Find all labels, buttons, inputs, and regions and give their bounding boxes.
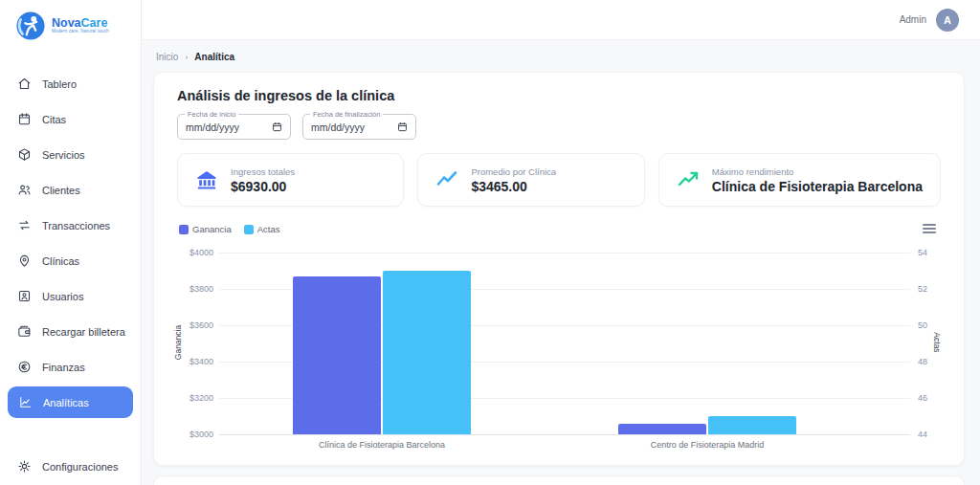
legend-item-ganancia[interactable]: Ganancia	[179, 224, 232, 234]
gridline	[219, 253, 910, 254]
legend-item-actas[interactable]: Actas	[244, 224, 280, 234]
sidebar-item-label: Tablero	[42, 78, 77, 90]
y-right-axis-title: Actas	[932, 314, 942, 371]
app-window: NovaCare Modern care, Natural touch Tabl…	[0, 0, 980, 485]
breadcrumb: Inicio › Analítica	[156, 52, 965, 62]
legend-swatch	[179, 225, 189, 234]
page-title: Análisis de ingresos de la clínica	[177, 88, 941, 103]
y-left-tick: $4000	[177, 248, 213, 257]
gridline	[219, 434, 910, 435]
legend-swatch	[244, 225, 254, 234]
stat-value: Clínica de Fisioterapia Barcelona	[712, 179, 923, 194]
next-section-card	[153, 475, 965, 485]
sidebar-item-label: Finanzas	[42, 362, 85, 373]
brand-text: NovaCare Modern care, Natural touch	[52, 17, 109, 34]
sidebar-item-calendar[interactable]: Citas	[0, 101, 141, 137]
sidebar-item-label: Usuarios	[42, 291, 83, 302]
stat-label: Promedio por Clínica	[471, 166, 556, 177]
legend-label: Actas	[257, 224, 280, 234]
y-left-tick: $3800	[177, 284, 213, 294]
brand-logo[interactable]: NovaCare Modern care, Natural touch	[0, 0, 141, 51]
y-left-axis-title: Ganancia	[173, 314, 183, 371]
end-date-input[interactable]	[311, 121, 397, 133]
stat-value: $3465.00	[471, 179, 556, 194]
bar-ganancia[interactable]	[618, 424, 706, 434]
sidebar-item-label: Recargar billetera	[42, 326, 125, 338]
id-card-icon	[17, 289, 32, 303]
revenue-chart: GananciaActas $400054$380052$360050$3400…	[177, 218, 941, 440]
x-axis-label: Clínica de Fisioterapia Barcelona	[319, 440, 445, 450]
sidebar-item-gear[interactable]: Configuraciones	[0, 449, 141, 484]
bank-icon	[195, 168, 218, 191]
sidebar-nav: TableroCitasServiciosClientesTransaccion…	[0, 51, 141, 485]
top-bar: Admin A	[142, 0, 980, 40]
date-filter-row: Fecha de inicio Fecha de finalización	[177, 114, 941, 140]
sidebar-item-label: Configuraciones	[42, 461, 119, 473]
y-right-tick: 46	[918, 393, 947, 403]
bar-actas[interactable]	[383, 271, 471, 434]
start-date-field[interactable]: Fecha de inicio	[177, 114, 291, 140]
novacare-logo-icon	[15, 11, 46, 41]
map-pin-icon	[17, 254, 32, 268]
brand-name-secondary: Care	[81, 16, 108, 30]
sidebar-item-label: Clínicas	[42, 255, 79, 267]
analytics-card: Análisis de ingresos de la clínica Fecha…	[153, 72, 965, 466]
sidebar-item-package[interactable]: Servicios	[0, 137, 141, 172]
calendar-icon	[17, 112, 32, 126]
brand-tagline: Modern care, Natural touch	[52, 30, 109, 34]
main-column: Admin A Inicio › Analítica Análisis de i…	[142, 0, 980, 485]
bar-ganancia[interactable]	[293, 276, 381, 434]
sidebar-item-id-card[interactable]: Usuarios	[0, 278, 141, 314]
x-axis-label: Centro de Fisioterapia Madrid	[651, 440, 765, 450]
breadcrumb-current: Analítica	[194, 52, 234, 62]
chart-menu-icon[interactable]	[922, 222, 937, 235]
stat-card-bank: Ingresos totales$6930.00	[177, 153, 404, 207]
home-icon	[17, 77, 32, 91]
stat-card-trend-up: Máximo rendimientoClínica de Fisioterapi…	[658, 153, 941, 207]
stat-label: Máximo rendimiento	[712, 166, 923, 177]
sidebar-item-euro-coin[interactable]: Finanzas	[0, 349, 141, 385]
trend-up-icon	[677, 168, 700, 191]
start-date-input[interactable]	[186, 121, 272, 133]
bar-actas[interactable]	[708, 416, 796, 434]
stat-card-trend-line: Promedio por Clínica$3465.00	[417, 153, 644, 207]
chart-plot-area: $400054$380052$360050$340048$320046$3000…	[219, 253, 910, 434]
y-right-tick: 54	[918, 248, 947, 257]
stat-value: $6930.00	[231, 179, 295, 194]
y-right-tick: 52	[918, 284, 947, 294]
sidebar-item-analytics[interactable]: Analíticas	[8, 386, 133, 418]
user-role-label: Admin	[900, 14, 926, 25]
sidebar-item-label: Transacciones	[42, 220, 110, 231]
sidebar-item-wallet[interactable]: Recargar billetera	[0, 314, 141, 349]
sidebar-item-label: Analíticas	[43, 397, 89, 408]
sidebar: NovaCare Modern care, Natural touch Tabl…	[0, 0, 142, 485]
end-date-field[interactable]: Fecha de finalización	[302, 114, 416, 140]
start-date-label: Fecha de inicio	[185, 110, 238, 119]
transfer-icon	[17, 218, 32, 232]
users-icon	[17, 183, 32, 197]
y-right-tick: 44	[918, 430, 947, 439]
end-date-label: Fecha de finalización	[310, 110, 383, 119]
sidebar-item-label: Servicios	[42, 149, 85, 161]
sidebar-item-users[interactable]: Clientes	[0, 172, 141, 208]
breadcrumb-home-link[interactable]: Inicio	[156, 52, 178, 62]
calendar-icon[interactable]	[397, 121, 408, 132]
y-left-tick: $3200	[177, 393, 213, 403]
breadcrumb-separator-icon: ›	[185, 53, 188, 62]
content-area: Inicio › Analítica Análisis de ingresos …	[142, 40, 980, 485]
sidebar-item-home[interactable]: Tablero	[0, 66, 141, 101]
package-icon	[17, 147, 32, 162]
legend-label: Ganancia	[192, 224, 232, 234]
euro-coin-icon	[17, 360, 32, 374]
brand-name-primary: Nova	[52, 16, 81, 30]
wallet-icon	[17, 324, 32, 339]
calendar-icon[interactable]	[272, 121, 282, 132]
stats-row: Ingresos totales$6930.00Promedio por Clí…	[177, 153, 941, 207]
sidebar-item-transfer[interactable]: Transacciones	[0, 208, 141, 243]
chart-legend: GananciaActas	[179, 224, 279, 234]
trend-line-icon	[435, 168, 458, 191]
sidebar-item-map-pin[interactable]: Clínicas	[0, 243, 141, 278]
sidebar-item-label: Clientes	[42, 185, 80, 196]
avatar[interactable]: A	[936, 9, 959, 32]
gear-icon	[17, 459, 32, 474]
